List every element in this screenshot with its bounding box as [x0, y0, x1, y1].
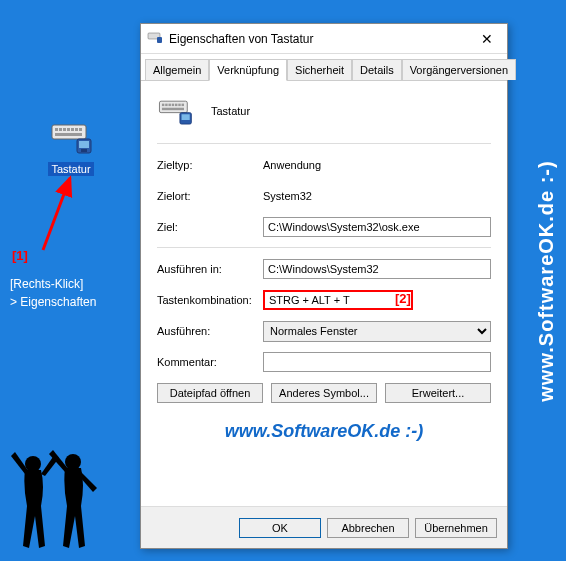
- separator: [157, 247, 491, 248]
- svg-rect-10: [79, 141, 89, 148]
- svg-rect-17: [159, 101, 187, 112]
- dialog-footer: OK Abbrechen Übernehmen: [141, 506, 507, 548]
- svg-rect-27: [182, 114, 190, 120]
- svg-rect-5: [71, 128, 74, 131]
- zielort-value: System32: [263, 190, 312, 202]
- svg-rect-2: [59, 128, 62, 131]
- desktop-shortcut[interactable]: Tastatur: [45, 115, 97, 177]
- tab-sicherheit[interactable]: Sicherheit: [287, 59, 352, 80]
- keyboard-icon: [147, 29, 163, 49]
- ausfuehren-in-input[interactable]: [263, 259, 491, 279]
- svg-rect-24: [182, 104, 184, 106]
- decorative-figures: [5, 436, 115, 556]
- watermark-inline: www.SoftwareOK.de :-): [157, 421, 491, 442]
- dateipfad-oeffnen-button[interactable]: Dateipfad öffnen: [157, 383, 263, 403]
- svg-rect-6: [75, 128, 78, 131]
- annotation-rightclick: [Rechts-Klick]: [10, 275, 96, 293]
- annotation-marker-1: [1]: [12, 248, 28, 263]
- annotation-properties: > Eigenschaften: [10, 293, 96, 311]
- tab-verknuepfung[interactable]: Verknüpfung: [209, 59, 287, 81]
- zieltyp-value: Anwendung: [263, 159, 321, 171]
- ausfuehren-in-label: Ausführen in:: [157, 263, 263, 275]
- watermark-vertical: www.SoftwareOK.de :-): [535, 160, 558, 401]
- zieltyp-label: Zieltyp:: [157, 159, 263, 171]
- svg-rect-18: [162, 104, 164, 106]
- keyboard-icon: [157, 93, 193, 129]
- kommentar-input[interactable]: [263, 352, 491, 372]
- anderes-symbol-button[interactable]: Anderes Symbol...: [271, 383, 377, 403]
- svg-rect-3: [63, 128, 66, 131]
- tab-content: Tastatur Zieltyp: Anwendung Zielort: Sys…: [141, 81, 507, 454]
- titlebar[interactable]: Eigenschaften von Tastatur ✕: [141, 24, 507, 54]
- tab-allgemein[interactable]: Allgemein: [145, 59, 209, 80]
- svg-rect-11: [81, 149, 87, 152]
- dialog-title: Eigenschaften von Tastatur: [169, 32, 473, 46]
- annotation-arrow: [35, 170, 85, 260]
- properties-dialog: Eigenschaften von Tastatur ✕ Allgemein V…: [140, 23, 508, 549]
- svg-rect-19: [165, 104, 167, 106]
- svg-rect-7: [79, 128, 82, 131]
- svg-rect-25: [162, 108, 184, 110]
- keyboard-icon: [49, 115, 93, 159]
- svg-rect-4: [67, 128, 70, 131]
- separator: [157, 143, 491, 144]
- zielort-label: Zielort:: [157, 190, 263, 202]
- svg-point-14: [65, 454, 81, 470]
- tab-strip: Allgemein Verknüpfung Sicherheit Details…: [141, 56, 507, 81]
- tastenkombination-label: Tastenkombination:: [157, 294, 263, 306]
- ausfuehren-select[interactable]: Normales Fenster: [263, 321, 491, 342]
- tastenkombination-input[interactable]: [263, 290, 413, 310]
- tab-details[interactable]: Details: [352, 59, 402, 80]
- header-name: Tastatur: [211, 105, 250, 117]
- svg-point-13: [25, 456, 41, 472]
- svg-rect-20: [168, 104, 170, 106]
- kommentar-label: Kommentar:: [157, 356, 263, 368]
- erweitert-button[interactable]: Erweitert...: [385, 383, 491, 403]
- svg-rect-0: [52, 125, 86, 139]
- annotation-marker-2: [2]: [395, 291, 411, 306]
- close-button[interactable]: ✕: [473, 28, 501, 50]
- annotation-instructions: [Rechts-Klick] > Eigenschaften: [10, 275, 96, 311]
- svg-rect-21: [172, 104, 174, 106]
- svg-rect-1: [55, 128, 58, 131]
- ausfuehren-label: Ausführen:: [157, 325, 263, 337]
- svg-rect-16: [157, 37, 162, 43]
- ok-button[interactable]: OK: [239, 518, 321, 538]
- svg-rect-8: [55, 133, 82, 136]
- desktop-shortcut-label: Tastatur: [48, 162, 93, 176]
- ziel-label: Ziel:: [157, 221, 263, 233]
- ziel-input[interactable]: [263, 217, 491, 237]
- abbrechen-button[interactable]: Abbrechen: [327, 518, 409, 538]
- uebernehmen-button[interactable]: Übernehmen: [415, 518, 497, 538]
- svg-rect-23: [178, 104, 180, 106]
- svg-rect-22: [175, 104, 177, 106]
- tab-vorgaengerversionen[interactable]: Vorgängerversionen: [402, 59, 516, 80]
- svg-line-12: [43, 178, 70, 250]
